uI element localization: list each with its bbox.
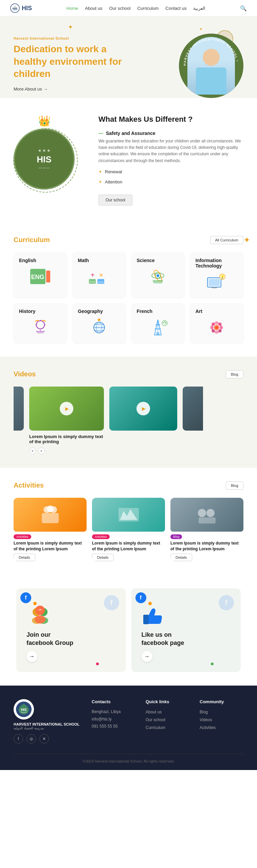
- nav-right: 🔍: [240, 5, 247, 12]
- facebook-page-card[interactable]: f Like us on facebook page → f: [131, 588, 241, 672]
- svg-rect-35: [156, 332, 160, 335]
- activity-details-0[interactable]: Details: [14, 554, 35, 561]
- video-thumb-main[interactable]: [29, 387, 104, 431]
- footer-grid: HIS HARVEST INTERNATIONAL SCHOOL مدرسة ا…: [14, 699, 243, 744]
- activity-details-1[interactable]: Details: [92, 554, 114, 561]
- copyright-text: ©2023 Harvest International School. All …: [82, 759, 174, 763]
- star-decoration-4: ✦: [243, 235, 250, 245]
- subject-art[interactable]: Art: [190, 303, 243, 343]
- nav-contact[interactable]: Contact us: [165, 6, 186, 11]
- fb-group-title: Join our facebook Group: [26, 631, 73, 647]
- fb-page-arrow[interactable]: →: [142, 651, 152, 662]
- contacts-email: info@his.ly: [92, 716, 135, 723]
- nav-home[interactable]: Home: [67, 6, 78, 11]
- activity-title-1: Lorem Ipsum is simply dummy text of the …: [92, 540, 165, 552]
- blog-button[interactable]: Blog: [226, 370, 243, 378]
- video-thumb-2[interactable]: [109, 387, 177, 431]
- activities-blog-button[interactable]: Blog: [226, 481, 243, 490]
- video-next-button[interactable]: >: [38, 448, 45, 454]
- contacts-title: Contacts: [92, 699, 135, 704]
- svg-point-42: [212, 322, 215, 326]
- svg-rect-17: [153, 280, 163, 282]
- facebook-group-card[interactable]: f Join our: [16, 588, 126, 672]
- feature-renewal: ✦ Renewal: [98, 169, 243, 174]
- activities-title: Activities: [14, 481, 44, 489]
- hero-cta-link[interactable]: More About us →: [14, 86, 48, 92]
- footer-link-curriculum[interactable]: Curriculum: [146, 724, 189, 732]
- english-icon: ENG: [27, 267, 54, 287]
- videos-title: Videos: [14, 370, 36, 378]
- subject-science[interactable]: Science: [131, 252, 185, 298]
- curriculum-section: Curriculum All Curriculum ✦ English ENG …: [0, 222, 257, 357]
- hero-section: Harvest International School Dedication …: [0, 17, 257, 98]
- fb-group-icon-small: f: [20, 592, 31, 603]
- nav-arabic[interactable]: العربية: [193, 6, 205, 11]
- subject-math[interactable]: Math + × 2+2 3×4: [72, 252, 126, 298]
- star-decoration: ✦: [68, 23, 73, 31]
- activity-tag-1: Activities: [92, 534, 110, 539]
- activity-title-2: Lorem Ipsum is simply dummy text of the …: [170, 540, 243, 552]
- svg-point-16: [157, 274, 159, 277]
- nav-about[interactable]: About us: [85, 6, 102, 11]
- subject-geography[interactable]: Geography: [72, 303, 126, 343]
- svg-text:ENG: ENG: [31, 274, 44, 280]
- curriculum-grid: English ENG Math + × 2+2 3×4: [14, 252, 243, 343]
- navigation: HIS HIS Home About us Our school Curricu…: [0, 0, 257, 17]
- quick-links-title: Quick links: [146, 699, 189, 704]
- footer-link-activities[interactable]: Activities: [200, 724, 243, 732]
- svg-point-55: [206, 509, 215, 517]
- footer-quick-links: Quick links About us Our school Curricul…: [146, 699, 189, 744]
- art-icon: [203, 317, 230, 338]
- activity-details-2[interactable]: Details: [170, 554, 192, 561]
- social-instagram[interactable]: ◎: [26, 734, 36, 744]
- video-main: Lorem Ipsum is simply dummy text of the …: [29, 387, 104, 454]
- footer-link-blog[interactable]: Blog: [200, 708, 243, 716]
- subject-english[interactable]: English ENG: [14, 252, 67, 298]
- nav-school[interactable]: Our school: [109, 6, 131, 11]
- all-curriculum-button[interactable]: All Curriculum: [210, 236, 243, 244]
- activity-tag-2: Blog: [170, 534, 182, 539]
- hero-title: Dedication to work a healthy environment…: [14, 43, 129, 80]
- svg-text:+: +: [91, 271, 95, 279]
- hero-subtitle: Harvest International School: [14, 36, 129, 40]
- video-title-main: Lorem Ipsum is simply dummy text of the …: [29, 434, 104, 444]
- renewal-bullet: ✦: [98, 169, 102, 174]
- feature-attention: ✦ Attention: [98, 179, 243, 184]
- footer-contacts: Contacts Benghazi, Libya info@his.ly 091…: [92, 699, 135, 744]
- fb-page-icon-small: f: [135, 592, 146, 603]
- french-icon: [144, 317, 171, 338]
- footer-link-school[interactable]: Our school: [146, 716, 189, 724]
- video-prev-button[interactable]: <: [29, 448, 36, 454]
- our-school-button[interactable]: Our school: [98, 195, 132, 205]
- svg-point-44: [212, 329, 215, 333]
- subject-it[interactable]: Information Technology 💡: [190, 252, 243, 298]
- logo[interactable]: HIS HIS: [10, 3, 32, 13]
- svg-point-43: [218, 322, 222, 326]
- curriculum-header: Curriculum All Curriculum: [14, 236, 243, 244]
- subject-french[interactable]: French: [131, 303, 185, 343]
- subject-history[interactable]: History: [14, 303, 67, 343]
- footer-bottom: ©2023 Harvest International School. All …: [14, 754, 243, 763]
- svg-rect-25: [36, 331, 45, 332]
- svg-text:×: ×: [99, 271, 103, 279]
- play-button-2[interactable]: [136, 402, 150, 415]
- people-illustration: [26, 605, 54, 627]
- social-facebook[interactable]: f: [14, 734, 23, 744]
- footer-link-videos[interactable]: Videos: [200, 716, 243, 724]
- svg-text:2+2: 2+2: [90, 280, 95, 284]
- play-button-main[interactable]: [60, 402, 73, 415]
- dot-decoration-4: [211, 663, 214, 665]
- social-twitter[interactable]: ✕: [39, 734, 49, 744]
- feature-safety-title: Safety and Assurance: [98, 131, 243, 136]
- different-section: 👑 ★ ★ ★ HIS — — — What Makes Us Differen…: [0, 98, 257, 222]
- it-icon: 💡: [203, 272, 230, 292]
- fb-group-arrow[interactable]: →: [26, 651, 37, 662]
- nav-curriculum[interactable]: Curriculum: [137, 6, 159, 11]
- activity-image-2: [170, 498, 243, 532]
- footer-link-about[interactable]: About us: [146, 708, 189, 716]
- svg-point-3: [14, 129, 77, 192]
- fb-page-title: Like us on facebook page: [142, 631, 184, 647]
- activities-grid: Activities Lorem Ipsum is simply dummy t…: [14, 498, 243, 561]
- search-icon[interactable]: 🔍: [240, 5, 247, 12]
- svg-rect-21: [212, 287, 217, 288]
